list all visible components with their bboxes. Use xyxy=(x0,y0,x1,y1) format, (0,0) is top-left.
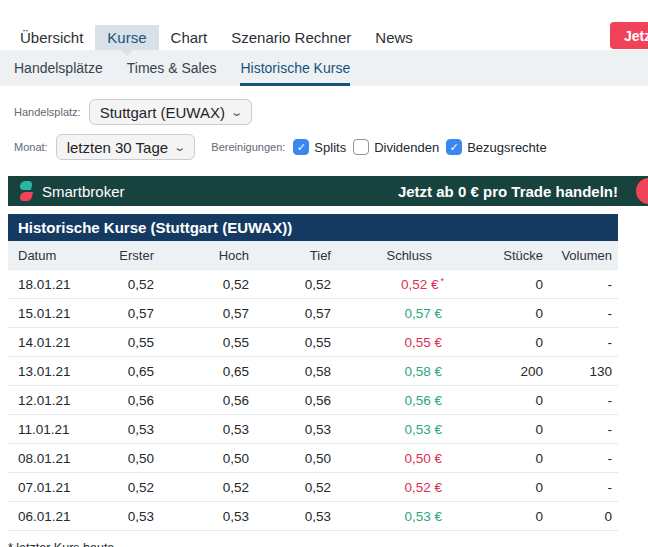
cell-hoch: 0,56 xyxy=(158,393,253,408)
filters-section: Handelsplatz: Stuttgart (EUWAX) ⌄ Monat:… xyxy=(0,99,648,160)
cell-volumen: - xyxy=(553,277,618,292)
subtab-historische-kurse[interactable]: Historische Kurse xyxy=(240,50,350,86)
cell-stuecke: 0 xyxy=(458,277,553,292)
cell-schluss: 0,52 € xyxy=(335,479,458,496)
cell-tief: 0,50 xyxy=(253,451,335,466)
table-row: 08.01.21 0,50 0,50 0,50 0,50 € 0 - xyxy=(8,443,618,472)
cell-stuecke: 0 xyxy=(458,451,553,466)
card-title: Historische Kurse (Stuttgart (EUWAX)) xyxy=(8,214,618,241)
tab-szenario-rechner[interactable]: Szenario Rechner xyxy=(219,25,363,50)
col-header-hoch: Hoch xyxy=(158,248,253,263)
cell-erster: 0,53 xyxy=(88,422,158,437)
footnote: * letzter Kurs heute xyxy=(8,541,648,547)
check-icon: ✓ xyxy=(450,141,459,154)
monat-select[interactable]: letzten 30 Tage ⌄ xyxy=(56,134,196,160)
tab-news[interactable]: News xyxy=(363,25,425,50)
col-header-volumen: Volumen xyxy=(553,248,618,263)
cell-hoch: 0,55 xyxy=(158,335,253,350)
checkbox-splits[interactable]: ✓ xyxy=(293,139,309,155)
monat-value: letzten 30 Tage xyxy=(67,139,168,156)
top-cta-button[interactable]: Jetzt fi xyxy=(610,22,648,49)
cell-volumen: - xyxy=(553,306,618,321)
cell-erster: 0,53 xyxy=(88,509,158,524)
cell-stuecke: 0 xyxy=(458,393,553,408)
smartbroker-brand: Smartbroker xyxy=(18,181,125,201)
cell-stuecke: 0 xyxy=(458,306,553,321)
tab-kurse[interactable]: Kurse xyxy=(95,25,158,50)
cell-schluss: 0,53 € xyxy=(335,508,458,525)
cell-datum: 18.01.21 xyxy=(8,277,88,292)
cell-tief: 0,57 xyxy=(253,306,335,321)
checkbox-bezugsrechte-label: Bezugsrechte xyxy=(467,140,547,155)
sub-navigation: Handelsplätze Times & Sales Historische … xyxy=(0,50,648,86)
cell-schluss: 0,50 € xyxy=(335,450,458,467)
cell-schluss: 0,53 € xyxy=(335,421,458,438)
check-icon: ✓ xyxy=(357,141,366,154)
cell-erster: 0,56 xyxy=(88,393,158,408)
cell-tief: 0,52 xyxy=(253,480,335,495)
cell-hoch: 0,65 xyxy=(158,364,253,379)
checkbox-bezugsrechte[interactable]: ✓ xyxy=(446,139,462,155)
banner-cta-button[interactable] xyxy=(636,178,648,204)
cell-hoch: 0,50 xyxy=(158,451,253,466)
cell-datum: 15.01.21 xyxy=(8,306,88,321)
cell-datum: 11.01.21 xyxy=(8,422,88,437)
monat-label: Monat: xyxy=(14,141,48,153)
cell-hoch: 0,53 xyxy=(158,422,253,437)
cell-tief: 0,56 xyxy=(253,393,335,408)
chevron-down-icon: ⌄ xyxy=(173,141,186,154)
cell-stuecke: 0 xyxy=(458,509,553,524)
cell-erster: 0,55 xyxy=(88,335,158,350)
cell-schluss: 0,52 €* xyxy=(335,276,458,293)
cell-erster: 0,50 xyxy=(88,451,158,466)
cell-stuecke: 0 xyxy=(458,422,553,437)
cell-erster: 0,57 xyxy=(88,306,158,321)
cell-volumen: - xyxy=(553,393,618,408)
col-header-erster: Erster xyxy=(88,248,158,263)
table-row: 14.01.21 0,55 0,55 0,55 0,55 € 0 - xyxy=(8,327,618,356)
cell-hoch: 0,57 xyxy=(158,306,253,321)
col-header-datum: Datum xyxy=(8,248,88,263)
subtab-times-sales[interactable]: Times & Sales xyxy=(127,50,217,86)
smartbroker-ad-banner[interactable]: Smartbroker Jetzt ab 0 € pro Trade hande… xyxy=(8,176,648,206)
tab-uebersicht[interactable]: Übersicht xyxy=(8,25,95,50)
subtab-handelsplaetze[interactable]: Handelsplätze xyxy=(14,50,103,86)
last-price-asterisk: * xyxy=(440,276,444,286)
cell-schluss: 0,58 € xyxy=(335,363,458,380)
cell-volumen: - xyxy=(553,480,618,495)
checkbox-dividenden-label: Dividenden xyxy=(374,140,439,155)
table-row: 18.01.21 0,52 0,52 0,52 0,52 €* 0 - xyxy=(8,269,618,298)
cell-volumen: - xyxy=(553,451,618,466)
handelsplatz-value: Stuttgart (EUWAX) xyxy=(100,104,225,121)
cell-hoch: 0,52 xyxy=(158,277,253,292)
cell-datum: 08.01.21 xyxy=(8,451,88,466)
col-header-stuecke: Stücke xyxy=(458,248,553,263)
cell-datum: 07.01.21 xyxy=(8,480,88,495)
col-header-schluss: Schluss xyxy=(335,248,458,263)
cell-erster: 0,52 xyxy=(88,277,158,292)
table-row: 06.01.21 0,53 0,53 0,53 0,53 € 0 0 xyxy=(8,501,618,530)
table-row: 13.01.21 0,65 0,65 0,58 0,58 € 200 130 xyxy=(8,356,618,385)
checkbox-splits-label: Splits xyxy=(314,140,346,155)
checkbox-dividenden[interactable]: ✓ xyxy=(353,139,369,155)
table-row: 07.01.21 0,52 0,52 0,52 0,52 € 0 - xyxy=(8,472,618,501)
handelsplatz-label: Handelsplatz: xyxy=(14,106,81,118)
smartbroker-logo-icon xyxy=(18,181,34,201)
col-header-tief: Tief xyxy=(253,248,335,263)
cell-schluss: 0,56 € xyxy=(335,392,458,409)
table-row: 11.01.21 0,53 0,53 0,53 0,53 € 0 - xyxy=(8,414,618,443)
handelsplatz-select[interactable]: Stuttgart (EUWAX) ⌄ xyxy=(89,99,253,125)
cell-datum: 06.01.21 xyxy=(8,509,88,524)
bereinigungen-label: Bereinigungen: xyxy=(211,141,285,153)
tab-chart[interactable]: Chart xyxy=(159,25,220,50)
cell-volumen: 130 xyxy=(553,364,618,379)
table-row: 12.01.21 0,56 0,56 0,56 0,56 € 0 - xyxy=(8,385,618,414)
cell-schluss: 0,55 € xyxy=(335,334,458,351)
table-row: 15.01.21 0,57 0,57 0,57 0,57 € 0 - xyxy=(8,298,618,327)
cell-tief: 0,53 xyxy=(253,422,335,437)
bereinigungen-group: Bereinigungen: ✓ Splits ✓ Dividenden ✓ B… xyxy=(211,139,553,155)
smartbroker-brand-name: Smartbroker xyxy=(42,183,125,200)
cell-datum: 14.01.21 xyxy=(8,335,88,350)
cell-datum: 13.01.21 xyxy=(8,364,88,379)
check-icon: ✓ xyxy=(297,141,306,154)
